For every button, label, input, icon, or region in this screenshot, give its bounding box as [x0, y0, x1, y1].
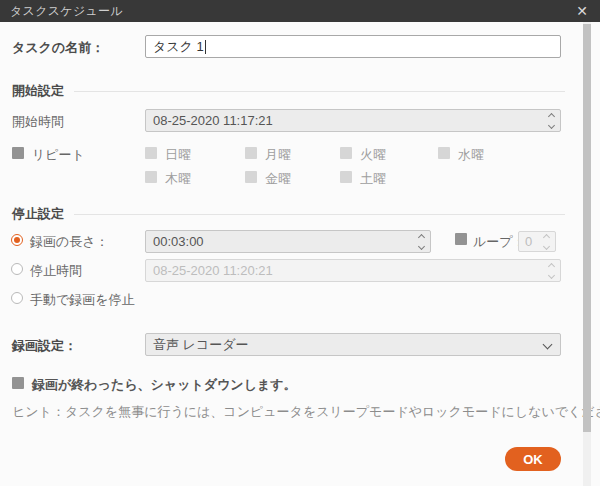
shutdown-checkbox[interactable]: [12, 377, 24, 389]
section-divider: [74, 214, 565, 215]
start-time-label: 開始時間: [12, 113, 64, 131]
stop-settings-title: 停止設定: [12, 205, 64, 223]
day-saturday-label: 土曜: [360, 170, 386, 188]
scrollbar-thumb[interactable]: [583, 24, 591, 432]
length-label: 録画の長さ：: [30, 233, 109, 251]
day-monday-checkbox[interactable]: [245, 147, 257, 159]
start-time-value: 08-25-2020 11:17:21: [153, 113, 273, 128]
day-tuesday-checkbox[interactable]: [340, 147, 352, 159]
day-friday-checkbox[interactable]: [245, 171, 257, 183]
stop-time-value: 08-25-2020 11:20:21: [153, 263, 273, 278]
loop-count-value: 0: [525, 234, 532, 249]
length-input[interactable]: 00:03:00: [145, 230, 431, 253]
record-settings-value: 音声 レコーダー: [153, 336, 249, 354]
day-sunday-label: 日曜: [165, 146, 191, 164]
dialog-title: タスクスケジュール: [10, 3, 123, 20]
shutdown-label: 録画が終わったら、シャットダウンします。: [32, 376, 297, 394]
stop-settings-section-header: 停止設定: [12, 205, 565, 223]
spinner-down-icon[interactable]: [548, 271, 555, 278]
stop-time-label: 停止時間: [30, 262, 82, 280]
day-thursday-checkbox[interactable]: [145, 171, 157, 183]
spinner-up-icon[interactable]: [548, 262, 555, 269]
stop-time-input[interactable]: 08-25-2020 11:20:21: [145, 259, 561, 282]
length-spinner[interactable]: [419, 235, 424, 249]
titlebar[interactable]: タスクスケジュール ✕: [0, 0, 600, 22]
day-wednesday-label: 水曜: [458, 146, 484, 164]
hint-text: ヒント：タスクを無事に行うには、コンピュータをスリープモードやロックモードにしな…: [12, 403, 600, 421]
day-sunday-checkbox[interactable]: [145, 147, 157, 159]
record-settings-dropdown[interactable]: 音声 レコーダー: [145, 333, 561, 356]
day-friday-label: 金曜: [265, 170, 291, 188]
start-settings-section-header: 開始設定: [12, 82, 565, 100]
day-wednesday-checkbox[interactable]: [438, 147, 450, 159]
repeat-checkbox[interactable]: [12, 147, 24, 159]
spinner-up-icon[interactable]: [418, 233, 425, 240]
manual-stop-radio[interactable]: [11, 292, 23, 304]
loop-count-input[interactable]: 0: [518, 231, 556, 252]
chevron-down-icon: [543, 340, 553, 350]
text-caret: [205, 40, 206, 54]
close-icon[interactable]: ✕: [576, 2, 588, 20]
day-monday-label: 月曜: [265, 146, 291, 164]
day-thursday-label: 木曜: [165, 170, 191, 188]
day-tuesday-label: 火曜: [360, 146, 386, 164]
stop-time-spinner[interactable]: [549, 264, 554, 278]
section-divider: [74, 91, 565, 92]
start-settings-title: 開始設定: [12, 82, 64, 100]
spinner-up-icon[interactable]: [548, 112, 555, 119]
loop-spinner[interactable]: [544, 235, 549, 249]
task-name-input[interactable]: タスク 1: [145, 35, 561, 58]
length-value: 00:03:00: [153, 234, 204, 249]
spinner-down-icon[interactable]: [548, 121, 555, 128]
spinner-down-icon[interactable]: [543, 242, 550, 249]
day-saturday-checkbox[interactable]: [340, 171, 352, 183]
task-name-label: タスクの名前：: [12, 39, 104, 57]
stop-time-radio[interactable]: [11, 263, 23, 275]
loop-checkbox[interactable]: [455, 233, 467, 245]
spinner-up-icon[interactable]: [543, 233, 550, 240]
task-schedule-dialog: タスクスケジュール ✕ タスクの名前： タスク 1 開始設定 開始時間 08-2…: [0, 0, 600, 486]
record-settings-label: 録画設定：: [12, 337, 77, 355]
ok-button[interactable]: OK: [505, 447, 561, 471]
start-time-spinner[interactable]: [549, 114, 554, 128]
task-name-value: タスク 1: [153, 38, 204, 56]
length-radio[interactable]: [11, 234, 23, 246]
start-time-input[interactable]: 08-25-2020 11:17:21: [145, 109, 561, 132]
spinner-down-icon[interactable]: [418, 242, 425, 249]
manual-stop-label: 手動で録画を停止: [30, 291, 135, 309]
repeat-label: リピート: [32, 146, 85, 164]
